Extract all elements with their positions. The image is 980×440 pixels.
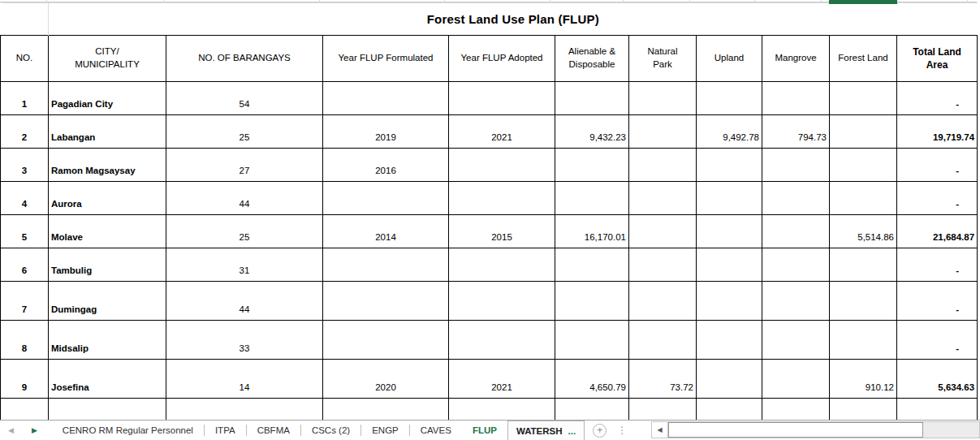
cell-r7-c5[interactable]	[555, 282, 629, 321]
cell-r9-c10[interactable]: 5,634.63	[897, 360, 978, 399]
cell-r6-c0[interactable]: 6	[1, 248, 49, 282]
cell-r4-c7[interactable]	[697, 182, 762, 215]
cell-r8-c1[interactable]: Midsalip	[49, 321, 166, 360]
cell-r2-c9[interactable]	[830, 115, 897, 149]
cell-r10-c6[interactable]	[629, 399, 697, 421]
cell-r7-c8[interactable]	[762, 282, 830, 321]
cell-r7-c0[interactable]: 7	[1, 282, 49, 321]
sheet-tab-caves[interactable]: CAVES	[410, 421, 462, 440]
cell-r5-c9[interactable]: 5,514.86	[830, 215, 897, 248]
sheet-tab-cbfma[interactable]: CBFMA	[247, 421, 300, 440]
cell-r10-c0[interactable]	[1, 399, 49, 421]
cell-r9-c0[interactable]: 9	[1, 360, 49, 399]
column-header-8[interactable]: Mangrove	[762, 36, 830, 82]
sheet-tab-watersh[interactable]: WATERSH...	[507, 421, 585, 440]
column-header-10[interactable]: Total Land Area	[897, 36, 978, 82]
cell-r5-c6[interactable]	[629, 215, 697, 248]
cell-r7-c9[interactable]	[830, 282, 897, 321]
cell-r6-c1[interactable]: Tambulig	[49, 248, 166, 282]
cell-r6-c10[interactable]: -	[897, 248, 978, 282]
cell-r4-c3[interactable]	[323, 182, 449, 215]
sheet-tab-engp[interactable]: ENGP	[361, 421, 409, 440]
sheet-tab-cenro-rm-regular-personnel[interactable]: CENRO RM Regular Personnel	[52, 421, 204, 440]
cell-r5-c0[interactable]: 5	[1, 215, 49, 248]
cell-r9-c6[interactable]: 73.72	[629, 360, 697, 399]
cell-r5-c8[interactable]	[762, 215, 830, 248]
cell-r10-c1[interactable]	[49, 399, 166, 421]
sheet-tab-flup[interactable]: FLUP	[462, 421, 507, 440]
cell-r2-c7[interactable]: 9,492.78	[697, 115, 762, 149]
cell-r9-c8[interactable]	[762, 360, 830, 399]
cell-r1-c3[interactable]	[323, 82, 449, 115]
cell-r3-c1[interactable]: Ramon Magsaysay	[49, 149, 166, 182]
cell-r9-c5[interactable]: 4,650.79	[555, 360, 629, 399]
cell-r5-c3[interactable]: 2014	[323, 215, 449, 248]
cell-r4-c5[interactable]	[555, 182, 629, 215]
cell-r3-c5[interactable]	[555, 149, 629, 182]
cell-r8-c4[interactable]	[449, 321, 555, 360]
cell-r6-c4[interactable]	[449, 248, 555, 282]
cell-r8-c0[interactable]: 8	[1, 321, 49, 360]
cell-r6-c5[interactable]	[555, 248, 629, 282]
column-header-7[interactable]: Upland	[697, 36, 762, 82]
cell-r8-c9[interactable]	[830, 321, 897, 360]
cell-r6-c2[interactable]: 31	[166, 248, 323, 282]
scroll-left-icon[interactable]: ◀	[652, 422, 668, 438]
cell-r4-c1[interactable]: Aurora	[49, 182, 166, 215]
cell-r10-c2[interactable]	[166, 399, 323, 421]
cell-r4-c2[interactable]: 44	[166, 182, 323, 215]
column-header-9[interactable]: Forest Land	[830, 36, 897, 82]
cell-r2-c1[interactable]: Labangan	[49, 115, 166, 149]
cell-r9-c3[interactable]: 2020	[323, 360, 449, 399]
scrollbar-track[interactable]	[923, 422, 979, 438]
cell-r7-c3[interactable]	[323, 282, 449, 321]
page-title[interactable]: Forest Land Use Plan (FLUP)	[49, 3, 978, 36]
cell-r3-c10[interactable]: -	[897, 149, 978, 182]
cell-r9-c7[interactable]	[697, 360, 762, 399]
cell-title-spacer[interactable]	[1, 3, 49, 36]
cell-r9-c1[interactable]: Josefina	[49, 360, 166, 399]
cell-r3-c4[interactable]	[449, 149, 555, 182]
cell-r10-c10[interactable]	[897, 399, 978, 421]
cell-r8-c5[interactable]	[555, 321, 629, 360]
cell-r5-c7[interactable]	[697, 215, 762, 248]
cell-r1-c2[interactable]: 54	[166, 82, 323, 115]
cell-r9-c2[interactable]: 14	[166, 360, 323, 399]
cell-r8-c3[interactable]	[323, 321, 449, 360]
column-header-6[interactable]: Natural Park	[629, 36, 697, 82]
cell-r2-c4[interactable]: 2021	[449, 115, 555, 149]
cell-r4-c4[interactable]	[449, 182, 555, 215]
cell-r8-c8[interactable]	[762, 321, 830, 360]
cell-r4-c9[interactable]	[830, 182, 897, 215]
cell-r10-c4[interactable]	[449, 399, 555, 421]
cell-r6-c6[interactable]	[629, 248, 697, 282]
cell-r1-c9[interactable]	[830, 82, 897, 115]
cell-r2-c6[interactable]	[629, 115, 697, 149]
cell-r7-c1[interactable]: Dumingag	[49, 282, 166, 321]
cell-r5-c5[interactable]: 16,170.01	[555, 215, 629, 248]
tab-options-icon[interactable]: ⋮	[617, 425, 627, 436]
cell-r10-c3[interactable]	[323, 399, 449, 421]
cell-r10-c8[interactable]	[762, 399, 830, 421]
column-header-4[interactable]: Year FLUP Adopted	[449, 36, 555, 82]
cell-r9-c9[interactable]: 910.12	[830, 360, 897, 399]
next-sheet-icon[interactable]: ▶	[28, 427, 41, 434]
add-sheet-icon[interactable]: +	[593, 424, 607, 438]
cell-r10-c5[interactable]	[555, 399, 629, 421]
cell-r2-c10[interactable]: 19,719.74	[897, 115, 978, 149]
sheet-tab-cscs-2-[interactable]: CSCs (2)	[301, 421, 360, 440]
cell-r5-c10[interactable]: 21,684.87	[897, 215, 978, 248]
cell-r6-c3[interactable]	[323, 248, 449, 282]
cell-r3-c2[interactable]: 27	[166, 149, 323, 182]
cell-r8-c2[interactable]: 33	[166, 321, 323, 360]
cell-r8-c7[interactable]	[697, 321, 762, 360]
cell-r1-c0[interactable]: 1	[1, 82, 49, 115]
cell-r2-c3[interactable]: 2019	[323, 115, 449, 149]
cell-r7-c10[interactable]: -	[897, 282, 978, 321]
cell-r4-c6[interactable]	[629, 182, 697, 215]
cell-r2-c5[interactable]: 9,432.23	[555, 115, 629, 149]
cell-r1-c8[interactable]	[762, 82, 830, 115]
cell-r8-c6[interactable]	[629, 321, 697, 360]
scrollbar-thumb[interactable]	[668, 422, 923, 438]
column-header-0[interactable]: NO.	[1, 36, 49, 82]
